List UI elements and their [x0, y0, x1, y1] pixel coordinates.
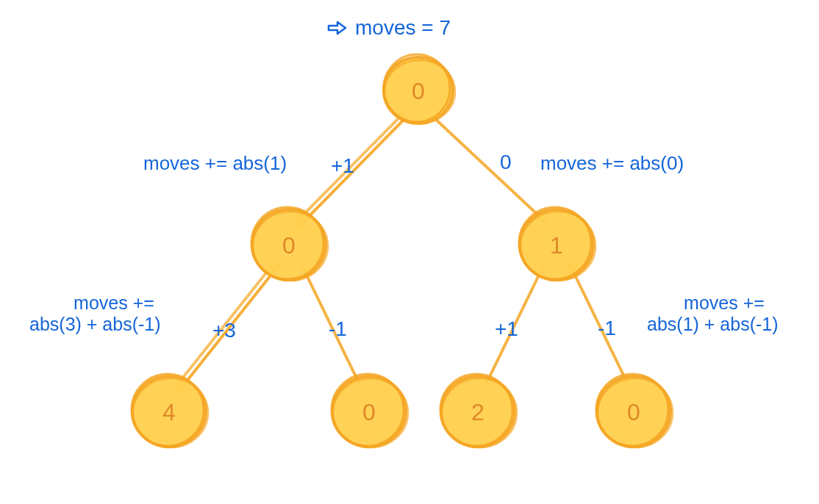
node-leaf4-value: 0 [627, 399, 640, 425]
node-leaf1-value: 4 [162, 399, 176, 425]
annotation-right-children-line1: moves += [647, 292, 801, 314]
annotation-root-left: moves += abs(1) [143, 152, 287, 175]
edge-label-root-left: +1 [331, 154, 354, 178]
arrow-right-icon [327, 19, 348, 37]
tree-diagram: 0 0 1 4 0 [0, 0, 819, 504]
node-left-value: 0 [282, 232, 296, 259]
annotation-root-right: moves += abs(0) [540, 152, 684, 175]
annotation-left-children: moves += abs(3) + abs(-1) [29, 292, 199, 335]
node-leaf3-value: 2 [471, 399, 484, 425]
node-leaf1: 4 [132, 374, 208, 447]
node-leaf4: 0 [596, 374, 673, 447]
svg-line-2 [434, 118, 548, 224]
edge-label-right-leaf3: +1 [495, 317, 518, 341]
annotation-right-children-line2: abs(1) + abs(-1) [647, 314, 801, 335]
annotation-left-children-line1: moves += [29, 292, 199, 314]
node-root: 0 [384, 54, 455, 123]
edge-label-left-leaf2: -1 [329, 317, 347, 341]
node-leaf2: 0 [332, 374, 408, 447]
annotation-right-children: moves += abs(1) + abs(-1) [647, 292, 801, 335]
node-right: 1 [519, 207, 596, 281]
node-leaf2-value: 0 [362, 399, 376, 425]
annotation-left-children-line2: abs(3) + abs(-1) [29, 314, 199, 335]
edge-label-root-right: 0 [500, 151, 512, 174]
edge-label-left-leaf1: +3 [212, 319, 236, 342]
edge-label-right-leaf4: -1 [598, 317, 616, 340]
node-right-value: 1 [550, 232, 563, 259]
node-left: 0 [251, 207, 328, 281]
title-text: moves = 7 [355, 16, 451, 40]
title-row: moves = 7 [327, 16, 451, 40]
tree-nodes: 0 0 1 4 0 [132, 54, 673, 447]
node-leaf3: 2 [440, 374, 517, 447]
node-root-value: 0 [412, 78, 425, 104]
